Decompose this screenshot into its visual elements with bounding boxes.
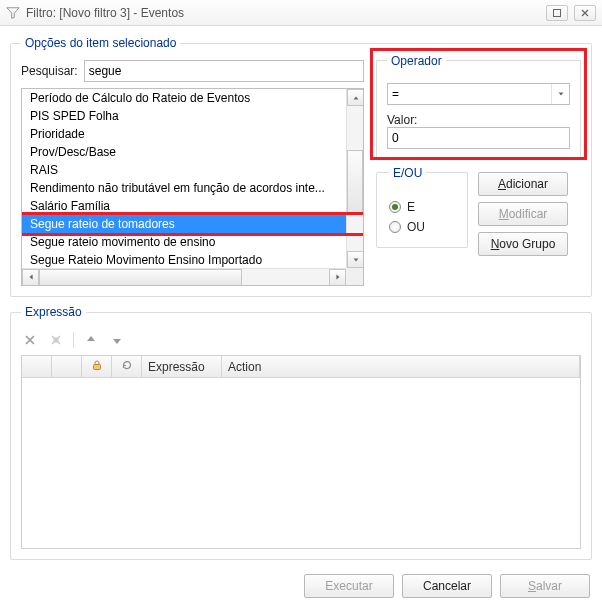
radio-e-dot <box>389 201 401 213</box>
tools-icon[interactable] <box>47 331 65 349</box>
hscroll-thumb[interactable] <box>39 269 242 286</box>
list-item[interactable]: Segue rateio movimento de ensino <box>22 233 363 251</box>
list-item[interactable]: Prov/Desc/Base <box>22 143 363 161</box>
selected-options-legend: Opções do item selecionado <box>21 36 180 50</box>
expression-legend: Expressão <box>21 305 86 319</box>
add-button[interactable]: Adicionar <box>478 172 568 196</box>
modify-button[interactable]: Modificar <box>478 202 568 226</box>
svg-rect-0 <box>554 9 561 16</box>
close-button[interactable] <box>574 5 596 21</box>
move-up-icon[interactable] <box>82 331 100 349</box>
filter-window: Filtro: [Novo filtro 3] - Eventos Opções… <box>0 0 602 606</box>
new-group-button[interactable]: Novo Grupo <box>478 232 568 256</box>
eou-group: E/OU E OU <box>376 172 468 248</box>
vertical-scrollbar[interactable] <box>346 89 363 268</box>
delete-icon[interactable] <box>21 331 39 349</box>
execute-button[interactable]: Executar <box>304 574 394 598</box>
dialog-footer: Executar Cancelar Salvar <box>10 568 592 598</box>
col-lock[interactable] <box>82 356 112 377</box>
radio-ou-label: OU <box>407 220 425 234</box>
list-item[interactable]: RAIS <box>22 161 363 179</box>
expression-group: Expressão Expressão <box>10 305 592 560</box>
list-item[interactable]: Segue Rateio Movimento Ensino Importado <box>22 251 363 269</box>
horizontal-scrollbar[interactable] <box>22 268 346 285</box>
operator-combo[interactable]: = <box>387 83 570 105</box>
scroll-down-button[interactable] <box>347 251 364 268</box>
move-down-icon[interactable] <box>108 331 126 349</box>
col-action[interactable]: Action <box>222 356 580 377</box>
list-item[interactable]: PIS SPED Folha <box>22 107 363 125</box>
scroll-up-button[interactable] <box>347 89 364 106</box>
valor-label: Valor: <box>387 113 570 127</box>
titlebar: Filtro: [Novo filtro 3] - Eventos <box>0 0 602 26</box>
scroll-left-button[interactable] <box>22 269 39 286</box>
radio-e-label: E <box>407 200 415 214</box>
toolbar-divider <box>73 332 74 348</box>
search-label: Pesquisar: <box>21 64 78 78</box>
list-item[interactable]: Prioridade <box>22 125 363 143</box>
svg-rect-2 <box>93 365 100 370</box>
search-input[interactable] <box>84 60 364 82</box>
col-expression[interactable]: Expressão <box>142 356 222 377</box>
list-item[interactable]: Salário Família <box>22 197 363 215</box>
expression-toolbar <box>21 331 581 349</box>
window-title: Filtro: [Novo filtro 3] - Eventos <box>26 6 184 20</box>
operator-group: Operador = Valor: <box>376 60 581 160</box>
grid-body <box>22 378 580 548</box>
expression-grid[interactable]: Expressão Action <box>21 355 581 549</box>
eou-legend: E/OU <box>389 166 426 180</box>
col-blank0[interactable] <box>22 356 52 377</box>
field-listbox[interactable]: Período de Cálculo do Rateio de EventosP… <box>21 88 364 286</box>
client-area: Opções do item selecionado Pesquisar: Pe… <box>0 26 602 606</box>
radio-ou[interactable]: OU <box>389 217 455 237</box>
operator-value: = <box>392 87 399 101</box>
valor-input[interactable] <box>387 127 570 149</box>
list-item[interactable]: Período de Cálculo do Rateio de Eventos <box>22 89 363 107</box>
radio-e[interactable]: E <box>389 197 455 217</box>
lock-icon <box>91 359 103 374</box>
col-blank1[interactable] <box>52 356 82 377</box>
chevron-down-icon <box>551 84 569 104</box>
vscroll-thumb[interactable] <box>347 150 363 215</box>
save-button[interactable]: Salvar <box>500 574 590 598</box>
filter-icon <box>6 6 20 20</box>
grid-header: Expressão Action <box>22 356 580 378</box>
radio-ou-dot <box>389 221 401 233</box>
refresh-icon <box>121 359 133 374</box>
list-item[interactable]: Segue rateio de tomadores <box>22 215 363 233</box>
list-item[interactable]: Rendimento não tributável em função de a… <box>22 179 363 197</box>
selected-options-group: Opções do item selecionado Pesquisar: Pe… <box>10 36 592 297</box>
cancel-button[interactable]: Cancelar <box>402 574 492 598</box>
restore-button[interactable] <box>546 5 568 21</box>
scroll-right-button[interactable] <box>329 269 346 286</box>
operator-legend: Operador <box>387 54 446 68</box>
col-refresh[interactable] <box>112 356 142 377</box>
